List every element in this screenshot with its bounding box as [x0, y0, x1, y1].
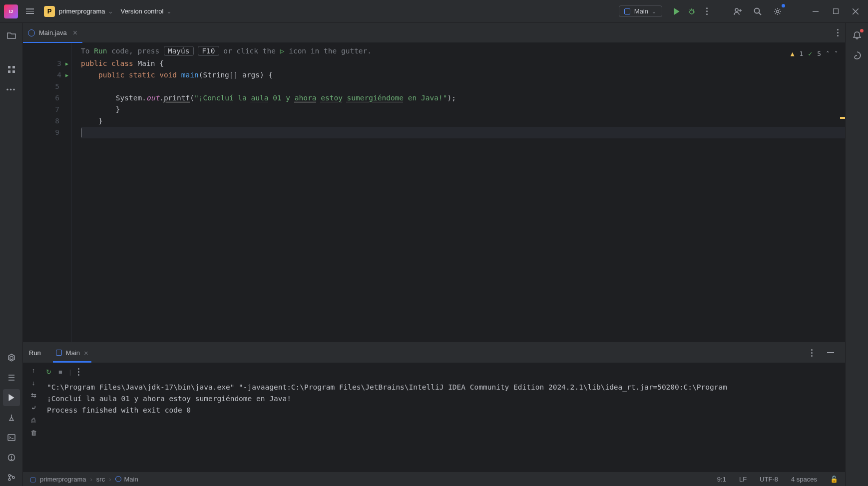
chevron-down-icon[interactable]: ⌄: [108, 7, 113, 15]
run-gutter-icon[interactable]: ▶: [65, 58, 68, 69]
down-icon[interactable]: ↓: [32, 379, 35, 387]
build-tool-icon[interactable]: [3, 409, 20, 426]
paren: (: [190, 94, 194, 102]
stop-icon[interactable]: ■: [58, 368, 62, 376]
code: );: [447, 94, 455, 102]
trash-icon[interactable]: 🗑: [30, 429, 37, 437]
terminal-tool-icon[interactable]: [3, 429, 20, 446]
svg-rect-13: [833, 9, 838, 14]
editor-tabs: Main.java ×: [23, 23, 845, 43]
debug-button[interactable]: [684, 7, 699, 15]
brace: {: [155, 59, 163, 67]
hint-text: To: [81, 47, 94, 55]
run-tab-main[interactable]: Main ×: [53, 343, 91, 363]
indent[interactable]: 4 spaces: [791, 476, 817, 483]
notifications-icon[interactable]: [849, 27, 866, 44]
run-tool-icon[interactable]: [3, 389, 20, 406]
vcs-tool-icon[interactable]: [3, 469, 20, 486]
fn: printf: [164, 94, 190, 102]
readonly-lock-icon[interactable]: 🔓: [830, 476, 838, 483]
kw: static: [124, 71, 159, 79]
dot: .: [159, 94, 164, 102]
services-tool-icon[interactable]: [3, 349, 20, 366]
ai-assistant-icon[interactable]: [849, 47, 866, 64]
run-panel-tabs: Run Main ×: [23, 343, 845, 363]
chevron-down-icon[interactable]: ⌄: [166, 7, 172, 15]
chevron-down-icon: ⌄: [651, 7, 657, 15]
breadcrumb[interactable]: ▢ primerprograma › src › Main: [30, 476, 138, 483]
str: la: [234, 94, 251, 102]
hint-text: icon in the gutter.: [284, 47, 372, 55]
code-editor[interactable]: ▲1 ✓5 ˄ ˅ 3▶ 4▶ 5 6 7 8 9 To Run code, p…: [23, 43, 845, 342]
code-area[interactable]: To Run code, press Mayús F10 or click th…: [72, 43, 845, 342]
kbd-f10: F10: [198, 46, 219, 56]
breadcrumb-item[interactable]: src: [96, 476, 105, 483]
line-number: 4: [57, 69, 61, 81]
svg-point-11: [777, 10, 779, 12]
right-tool-strip: [845, 23, 868, 486]
filter-icon[interactable]: ⇆: [31, 392, 36, 399]
method: main: [181, 71, 199, 79]
svg-point-29: [8, 475, 10, 477]
run-top-toolbar: ↻ ■ |: [44, 363, 845, 381]
breadcrumb-item[interactable]: primerprograma: [40, 476, 86, 483]
maximize-button[interactable]: [827, 4, 844, 19]
run-button[interactable]: [669, 8, 684, 15]
tab-label: Main.java: [39, 29, 67, 36]
close-button[interactable]: [847, 4, 864, 19]
rerun-icon[interactable]: ↻: [46, 368, 51, 376]
run-toolbar: ↑ ↓ ⇆ ⤶ ⎙ 🗑: [23, 363, 44, 472]
caret: [81, 128, 81, 137]
svg-line-4: [690, 9, 691, 10]
svg-rect-32: [827, 352, 834, 353]
run-config-selector[interactable]: Main ⌄: [619, 5, 662, 17]
problems-tool-icon[interactable]: [3, 449, 20, 466]
cursor-position[interactable]: 9:1: [717, 476, 726, 483]
tab-options-icon[interactable]: [830, 29, 845, 36]
str: aula: [251, 94, 269, 102]
run-config-label: Main: [634, 7, 648, 15]
version-control-menu[interactable]: Version control: [120, 7, 163, 15]
soft-wrap-icon[interactable]: ⤶: [31, 404, 36, 412]
run-panel-title: Run: [29, 349, 41, 357]
run-gutter-icon[interactable]: ▶: [65, 69, 68, 81]
svg-rect-16: [8, 66, 10, 68]
console-output[interactable]: "C:\Program Files\Java\jdk-17\bin\java.e…: [44, 381, 845, 472]
settings-icon[interactable]: [769, 4, 786, 19]
run-tab-label: Main: [66, 349, 80, 357]
gutter: 3▶ 4▶ 5 6 7 8 9: [23, 43, 72, 342]
code: System.: [81, 94, 146, 102]
kbd-shift: Mayús: [164, 46, 194, 56]
close-tab-icon[interactable]: ×: [73, 28, 77, 37]
search-icon[interactable]: [749, 4, 766, 19]
str: 01 y: [268, 94, 294, 102]
more-icon[interactable]: [78, 368, 79, 376]
svg-marker-20: [8, 354, 14, 361]
encoding[interactable]: UTF-8: [760, 476, 778, 483]
hint-text: code, press: [107, 47, 164, 55]
minimize-button[interactable]: [807, 4, 824, 19]
close-tab-icon[interactable]: ×: [84, 349, 88, 357]
svg-rect-17: [12, 66, 15, 68]
breadcrumb-item[interactable]: Main: [124, 476, 138, 483]
more-tool-icon[interactable]: •••: [3, 81, 20, 98]
line-number: 8: [55, 115, 59, 127]
run-panel-options-icon[interactable]: [804, 349, 819, 357]
console-line: "C:\Program Files\Java\jdk-17\bin\java.e…: [47, 382, 842, 393]
more-actions-icon[interactable]: [699, 7, 714, 15]
up-icon[interactable]: ↑: [32, 367, 35, 374]
line-ending[interactable]: LF: [739, 476, 747, 483]
structure-tool-icon[interactable]: [3, 61, 20, 78]
print-icon[interactable]: ⎙: [31, 417, 35, 424]
str: sumergiéndome: [347, 94, 404, 102]
svg-marker-21: [10, 356, 13, 360]
hide-panel-icon[interactable]: [822, 345, 839, 360]
bookmarks-tool-icon[interactable]: [3, 369, 20, 386]
str: en Java!": [404, 94, 447, 102]
project-tool-icon[interactable]: [3, 27, 20, 44]
project-name[interactable]: primerprograma: [59, 7, 105, 15]
code-with-me-icon[interactable]: [729, 4, 746, 19]
tab-main-java[interactable]: Main.java ×: [23, 23, 82, 43]
hamburger-menu-icon[interactable]: [23, 5, 37, 17]
hint-run: Run: [94, 47, 107, 55]
